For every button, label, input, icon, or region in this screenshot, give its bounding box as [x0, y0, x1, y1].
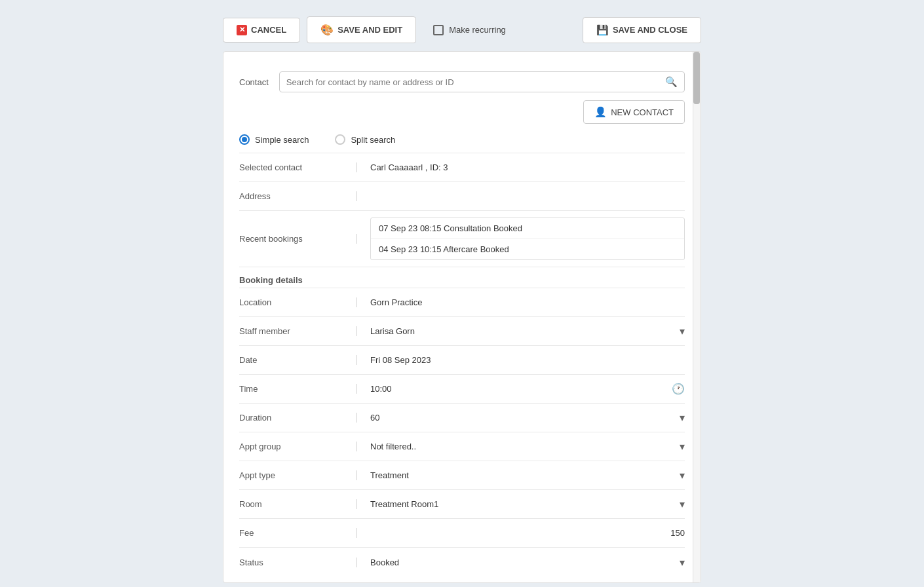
duration-field[interactable]: 60 ▾ [357, 411, 685, 424]
appt-type-field[interactable]: Treatment ▾ [357, 469, 685, 482]
search-icon: 🔍 [665, 76, 678, 88]
fee-row: Fee 150 [239, 519, 685, 548]
recurring-checkbox-icon [433, 25, 444, 35]
simple-search-option[interactable]: Simple search [239, 134, 309, 145]
fee-value: 150 [670, 528, 685, 538]
location-label: Location [239, 297, 357, 307]
simple-search-radio[interactable] [239, 134, 250, 145]
selected-contact-label: Selected contact [239, 162, 357, 172]
contact-search-wrapper: 🔍 [279, 71, 685, 92]
save-edit-label: SAVE AND EDIT [337, 25, 402, 35]
staff-member-dropdown-icon: ▾ [680, 325, 685, 337]
split-search-label: Split search [351, 135, 395, 145]
time-label: Time [239, 384, 357, 394]
recurring-label: Make recurring [449, 25, 506, 35]
location-row: Location Gorn Practice [239, 288, 685, 317]
appt-group-value: Not filtered.. [370, 442, 416, 451]
scrollbar-track[interactable] [693, 52, 701, 582]
address-label: Address [239, 191, 357, 201]
staff-member-label: Staff member [239, 326, 357, 336]
status-field[interactable]: Booked ▾ [357, 556, 685, 569]
appt-group-field[interactable]: Not filtered.. ▾ [357, 440, 685, 453]
cancel-label: CANCEL [251, 25, 286, 35]
room-dropdown-icon: ▾ [680, 498, 685, 510]
scrollbar-thumb[interactable] [693, 52, 700, 104]
date-label: Date [239, 355, 357, 365]
new-contact-row: 👤 NEW CONTACT [239, 98, 685, 129]
make-recurring-button[interactable]: Make recurring [423, 18, 516, 42]
duration-row: Duration 60 ▾ [239, 404, 685, 432]
room-label: Room [239, 499, 357, 509]
staff-member-field[interactable]: Larisa Gorn ▾ [357, 325, 685, 337]
appt-type-label: Appt type [239, 470, 357, 480]
save-close-label: SAVE AND CLOSE [613, 25, 687, 35]
save-close-button[interactable]: 💾 SAVE AND CLOSE [583, 17, 701, 43]
duration-dropdown-icon: ▾ [680, 411, 685, 424]
duration-value: 60 [370, 413, 379, 423]
staff-member-value: Larisa Gorn [370, 326, 415, 336]
time-field[interactable]: 10:00 🕐 [357, 383, 685, 395]
cancel-icon: ✕ [237, 25, 247, 35]
room-value: Treatment Room1 [370, 499, 438, 509]
split-search-option[interactable]: Split search [335, 134, 395, 145]
new-contact-label: NEW CONTACT [611, 107, 674, 117]
floppy-disk-icon: 💾 [596, 24, 609, 36]
person-add-icon: 👤 [594, 106, 607, 118]
save-edit-icon: 🎨 [320, 24, 334, 36]
appt-group-label: Appt group [239, 442, 357, 451]
contact-search-row: Contact 🔍 [239, 65, 685, 98]
form-panel: Contact 🔍 👤 NEW CONTACT [223, 51, 701, 583]
date-value: Fri 08 Sep 2023 [357, 355, 685, 365]
appt-type-row: Appt type Treatment ▾ [239, 461, 685, 490]
status-row: Status Booked ▾ [239, 548, 685, 577]
status-label: Status [239, 558, 357, 567]
status-value: Booked [370, 558, 399, 567]
fee-label: Fee [239, 528, 357, 538]
search-type-row: Simple search Split search [239, 129, 685, 153]
selected-contact-value: Carl Caaaaarl , ID: 3 [357, 162, 685, 172]
scroll-container[interactable]: Contact 🔍 👤 NEW CONTACT [223, 52, 701, 582]
selected-contact-row: Selected contact Carl Caaaaarl , ID: 3 [239, 153, 685, 182]
appt-group-dropdown-icon: ▾ [680, 440, 685, 453]
appt-type-dropdown-icon: ▾ [680, 469, 685, 482]
cancel-button[interactable]: ✕ CANCEL [223, 18, 300, 43]
room-row: Room Treatment Room1 ▾ [239, 490, 685, 519]
staff-member-row: Staff member Larisa Gorn ▾ [239, 317, 685, 346]
split-search-radio[interactable] [335, 134, 345, 145]
address-row: Address [239, 182, 685, 211]
duration-label: Duration [239, 413, 357, 423]
appt-group-row: Appt group Not filtered.. ▾ [239, 432, 685, 461]
contact-search-input[interactable] [286, 77, 665, 87]
fee-field[interactable]: 150 [357, 528, 685, 538]
booking-item-1: 07 Sep 23 08:15 Consultation Booked [371, 218, 684, 239]
booking-item-2: 04 Sep 23 10:15 Aftercare Booked [371, 239, 684, 259]
clock-icon: 🕐 [672, 383, 685, 395]
time-value: 10:00 [370, 384, 392, 394]
time-row: Time 10:00 🕐 [239, 375, 685, 404]
booking-details-header: Booking details [239, 267, 685, 288]
recent-bookings-row: Recent bookings 07 Sep 23 08:15 Consulta… [239, 211, 685, 267]
status-dropdown-icon: ▾ [680, 556, 685, 569]
save-edit-button[interactable]: 🎨 SAVE AND EDIT [307, 16, 416, 43]
location-value: Gorn Practice [357, 297, 685, 307]
appt-type-value: Treatment [370, 470, 409, 480]
bookings-list: 07 Sep 23 08:15 Consultation Booked 04 S… [370, 218, 685, 260]
room-field[interactable]: Treatment Room1 ▾ [357, 498, 685, 510]
simple-search-label: Simple search [255, 135, 309, 145]
new-contact-button[interactable]: 👤 NEW CONTACT [583, 100, 685, 124]
recent-bookings-label: Recent bookings [239, 234, 357, 244]
contact-label: Contact [239, 77, 269, 87]
date-row: Date Fri 08 Sep 2023 [239, 346, 685, 375]
